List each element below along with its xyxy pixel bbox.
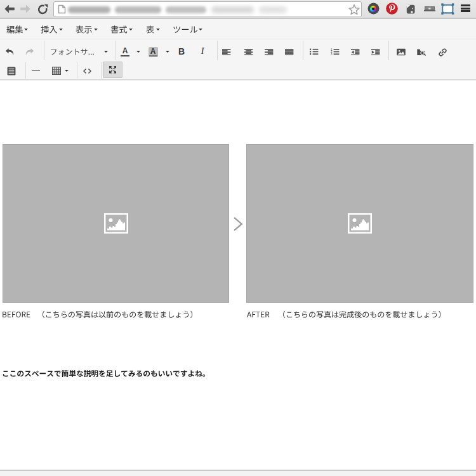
svg-text:3: 3 [331, 53, 333, 56]
